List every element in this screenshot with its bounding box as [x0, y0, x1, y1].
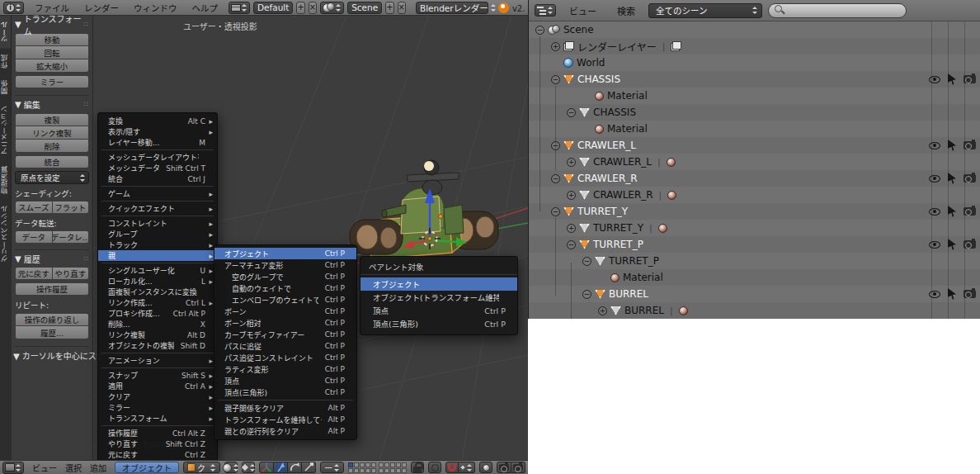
tool-button-操作履歴[interactable]: 操作履歴 — [15, 282, 89, 296]
layer-cell[interactable] — [365, 468, 370, 473]
outliner-row-Material[interactable]: Material — [529, 269, 980, 286]
manipulator-rotate-toggle[interactable] — [288, 462, 302, 473]
screen-layout-icon-button[interactable] — [229, 2, 250, 14]
tool-button-削除[interactable]: 削除 — [15, 140, 89, 153]
object-menu-item-メッシュデータの転送[interactable]: メッシュデータの転送Shift Ctrl T — [98, 163, 217, 173]
delete-scene-button[interactable]: × — [398, 2, 406, 14]
object-menu-item-スナップ[interactable]: スナップShift S▸ — [98, 370, 217, 381]
layer-cell[interactable] — [360, 468, 365, 473]
delete-layout-button[interactable]: × — [309, 2, 317, 14]
parent-submenu-item-ラティス変形[interactable]: ラティス変形Ctrl P — [214, 363, 356, 375]
manipulator-scale-toggle[interactable] — [302, 462, 316, 473]
tool-shelf-tab-作成[interactable]: 作成 — [0, 49, 12, 74]
object-menu-item-表示/隠す[interactable]: 表示/隠す▸ — [98, 126, 217, 137]
object-menu-item-面複製インスタンスに変換[interactable]: 面複製インスタンスに変換 — [98, 287, 217, 297]
outliner-display-filter[interactable]: 全てのシーン — [648, 3, 762, 18]
menu-object-active[interactable]: オブジェクト — [115, 462, 179, 473]
object-menu-item-クリア[interactable]: クリア▸ — [98, 391, 217, 402]
panel-header[interactable]: ▼トランスフォーム∷ — [15, 18, 89, 31]
renderability-camera-icon[interactable] — [964, 240, 976, 249]
parent-submenu-item-ボーン相対[interactable]: ボーン相対Ctrl P — [214, 317, 356, 329]
layer-cell[interactable] — [354, 462, 359, 467]
selectability-cursor-icon[interactable] — [948, 140, 956, 151]
object-menu-item-統合[interactable]: 統合Ctrl J — [98, 173, 217, 184]
layer-cell[interactable] — [371, 462, 376, 467]
tool-button-ミラー[interactable]: ミラー — [15, 75, 89, 88]
parent-submenu-item-頂点(三角形)[interactable]: 頂点(三角形)Ctrl P — [214, 386, 356, 398]
object-menu-item-変換[interactable]: 変換Alt C▸ — [98, 116, 217, 126]
outliner-row-Scene[interactable]: −Scene — [529, 21, 980, 38]
selectability-cursor-icon[interactable] — [948, 288, 956, 300]
scene-selector[interactable]: Scene — [347, 2, 382, 14]
menu-レンダー[interactable]: レンダー — [84, 2, 119, 14]
object-menu-item-プロキシ作成...[interactable]: プロキシ作成...Ctrl Alt P — [98, 308, 217, 319]
screen-layout-selector[interactable]: Default — [253, 2, 293, 14]
object-menu-item-ミラー[interactable]: ミラー▸ — [98, 402, 217, 413]
outliner-row-CHASSIS[interactable]: −CHASSIS — [529, 104, 980, 121]
view3d-menu-ビュー[interactable]: ビュー — [32, 462, 57, 474]
tool-shelf-tab-物理演算[interactable]: 物理演算 — [0, 160, 12, 200]
layer-cell[interactable] — [390, 462, 395, 467]
menu-ファイル[interactable]: ファイル — [35, 2, 69, 14]
collapse-icon[interactable]: − — [551, 207, 560, 216]
parent-submenu-item-パスに追従[interactable]: パスに追従Ctrl P — [214, 340, 356, 352]
tool-shelf-tab-関係[interactable]: 関係 — [0, 74, 12, 100]
viewport-3d[interactable]: ユーザー・透視投影 (0) TURRET_Y ツール作成関係アニメーション物理演… — [0, 16, 528, 460]
layer-cell[interactable] — [379, 462, 384, 467]
pivot-point-selector[interactable] — [242, 462, 255, 473]
layer-cell[interactable] — [390, 468, 395, 473]
layer-cell[interactable] — [402, 462, 407, 467]
object-menu-item-アニメーション[interactable]: アニメーション▸ — [98, 355, 217, 366]
layer-cell[interactable] — [354, 468, 359, 473]
scene-icon-button[interactable] — [320, 2, 344, 14]
selectability-cursor-icon[interactable] — [948, 206, 956, 217]
visibility-eye-icon[interactable] — [929, 208, 940, 216]
selectability-cursor-icon[interactable] — [948, 173, 956, 184]
renderability-camera-icon[interactable] — [964, 174, 976, 182]
tool-dropdown-原点を設定[interactable]: 原点を設定 — [15, 171, 89, 184]
menu-ヘルプ[interactable]: ヘルプ — [192, 2, 219, 14]
tool-shelf-tab-グリースペンシル[interactable]: グリースペンシル — [0, 200, 12, 268]
object-menu-item-オブジェクトの複製[interactable]: オブジェクトの複製Shift D — [98, 340, 217, 351]
snap-element-selector[interactable] — [459, 462, 475, 473]
editor-type-button-view3d[interactable] — [2, 462, 24, 474]
object-menu-item-クイックエフェクト[interactable]: クイックエフェクト▸ — [98, 203, 217, 214]
render-engine-selector[interactable]: Blenderレンダー — [416, 2, 488, 14]
object-menu-item-ゲーム[interactable]: ゲーム▸ — [98, 188, 217, 199]
expand-icon[interactable]: + — [551, 42, 560, 51]
tool-button-フラット[interactable]: フラット — [53, 201, 90, 214]
outliner-row-World[interactable]: World — [529, 55, 980, 71]
parent-submenu-item-エンベロープのウェイトで[interactable]: エンベロープのウェイトでCtrl P — [214, 294, 356, 306]
tool-button-やり直す[interactable]: やり直す — [53, 267, 90, 280]
parent-submenu-item-親子関係をクリア[interactable]: 親子関係をクリアAlt P — [214, 402, 356, 414]
tool-button-統合[interactable]: 統合 — [15, 155, 89, 168]
proportional-edit-button[interactable] — [428, 462, 441, 473]
parent-target-item-オブジェクト(トランスフォーム維持)[interactable]: オブジェクト(トランスフォーム維持) — [360, 291, 517, 304]
renderability-camera-icon[interactable] — [964, 290, 976, 298]
expand-icon[interactable]: + — [567, 224, 576, 233]
lock-to-scene-button[interactable] — [411, 462, 424, 473]
outliner-row-Material[interactable]: Material — [529, 88, 980, 104]
object-menu-item-適用[interactable]: 適用Ctrl A▸ — [98, 381, 217, 391]
collapse-icon[interactable]: − — [551, 174, 560, 183]
object-menu-item-レイヤー移動...[interactable]: レイヤー移動...M — [98, 137, 217, 148]
parent-target-item-頂点[interactable]: 頂点Ctrl P — [360, 304, 517, 317]
parent-submenu-item-自動のウェイトで[interactable]: 自動のウェイトでCtrl P — [214, 282, 356, 294]
parent-target-item-オブジェクト[interactable]: オブジェクト — [360, 277, 517, 291]
layer-cell[interactable] — [348, 468, 353, 473]
mode-selector[interactable]: オブジェクトモード — [183, 462, 220, 473]
outliner-row-Material[interactable]: Material — [529, 121, 980, 137]
tool-button-データレ...[interactable]: データレ... — [53, 230, 90, 244]
layer-cell[interactable] — [396, 462, 401, 467]
editor-type-button-outliner[interactable] — [535, 4, 556, 17]
collapse-icon[interactable]: − — [551, 75, 560, 84]
object-menu-item-トランスフォーム[interactable]: トランスフォーム▸ — [98, 413, 217, 424]
visibility-eye-icon[interactable] — [929, 76, 940, 83]
layer-cell[interactable] — [402, 468, 407, 473]
outliner-row-レンダーレイヤー[interactable]: +レンダーレイヤー| — [529, 38, 980, 55]
renderability-camera-icon[interactable] — [964, 141, 976, 149]
layer-cell[interactable] — [396, 468, 401, 473]
object-menu-item-操作履歴[interactable]: 操作履歴Ctrl Alt Z — [98, 428, 217, 438]
outliner-menu-search[interactable]: 検索 — [617, 4, 635, 17]
outliner-row-CHASSIS[interactable]: −CHASSIS — [529, 71, 980, 88]
